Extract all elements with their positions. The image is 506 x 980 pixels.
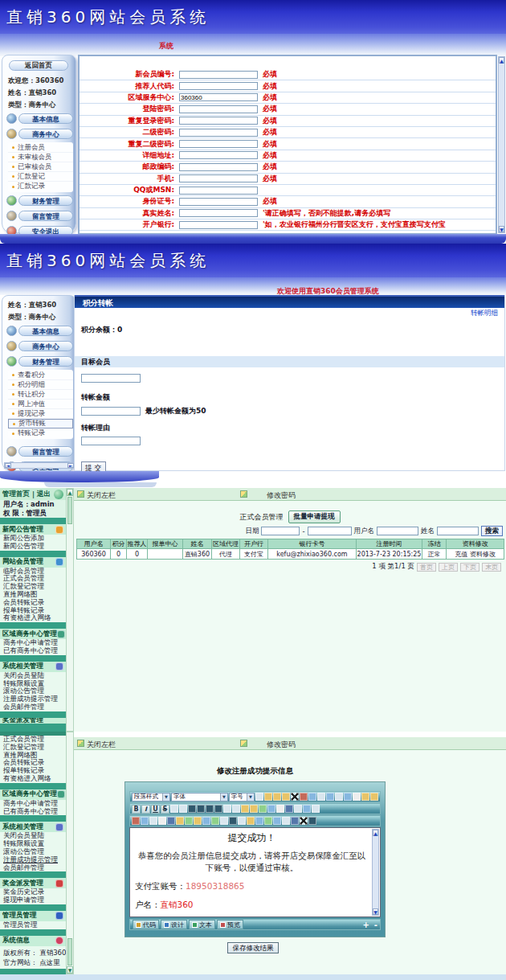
scrollbar-thumb[interactable] xyxy=(67,938,72,966)
sidebar-item-basic-info[interactable]: 基本信息 xyxy=(6,113,73,124)
last-page-button[interactable]: 末页 xyxy=(482,563,501,572)
sidebar-item-news-manage[interactable]: 新闻公告管理 xyxy=(0,543,66,551)
bold-icon[interactable]: B xyxy=(132,805,141,814)
real-name-field[interactable] xyxy=(179,209,258,217)
topbar-center-icon[interactable] xyxy=(240,490,247,498)
scroll-right-icon[interactable]: ► xyxy=(67,463,74,468)
media-icon[interactable] xyxy=(211,817,219,825)
outdent-icon[interactable] xyxy=(250,805,258,813)
sidebar-item-business-center[interactable]: 商务中心 xyxy=(6,129,73,139)
home-button[interactable]: 返回首页 xyxy=(9,60,68,71)
zoom-out-icon[interactable]: - xyxy=(374,921,377,929)
link-icon[interactable] xyxy=(185,817,193,825)
table-icon[interactable] xyxy=(229,817,237,825)
toolbar-icon[interactable] xyxy=(255,793,263,801)
align-center-icon[interactable] xyxy=(197,805,205,813)
save-result-button[interactable]: 保存修改结果 xyxy=(227,942,279,953)
close-left-button[interactable]: 关闭左栏 xyxy=(87,490,116,501)
sidebar-item-message[interactable]: 留言管理 xyxy=(6,446,73,457)
edit-profile-link[interactable]: 资料修改 xyxy=(470,551,496,558)
first-page-button[interactable]: 首页 xyxy=(417,563,436,572)
mobile-field[interactable] xyxy=(179,174,258,182)
scroll-down-icon[interactable]: ▼ xyxy=(67,966,73,974)
toolbar-icon[interactable] xyxy=(167,817,175,825)
sidebar-scrollbar[interactable]: ▲ xyxy=(66,488,74,732)
toolbar-icon[interactable] xyxy=(179,805,187,813)
toolbar-icon[interactable] xyxy=(132,817,140,825)
name-input[interactable] xyxy=(437,527,479,535)
toolbar-icon[interactable] xyxy=(326,793,334,801)
sidebar-item-remit-register[interactable]: 汇款登记 xyxy=(8,172,73,182)
sidebar-item-online-recharge[interactable]: 网上冲值 xyxy=(8,400,73,409)
tab-text[interactable]: 文本 xyxy=(189,920,215,929)
id-card-field[interactable] xyxy=(179,198,258,206)
sidebar-horizontal-scrollbar[interactable]: ◄ ► xyxy=(4,462,75,469)
date-from-input[interactable] xyxy=(261,527,300,535)
sidebar-scrollbar[interactable]: ▼ xyxy=(66,732,74,974)
toolbar-icon[interactable] xyxy=(149,817,157,825)
toolbar-icon[interactable] xyxy=(361,793,369,801)
toolbar-icon[interactable] xyxy=(308,793,316,801)
postcode-field[interactable] xyxy=(179,163,258,171)
toolbar-icon[interactable] xyxy=(370,793,378,801)
topbar-center-icon[interactable] xyxy=(240,740,247,747)
delete-icon[interactable] xyxy=(291,793,299,801)
strikethrough-icon[interactable]: S xyxy=(161,805,169,814)
sidebar-item-register-member[interactable]: 注册会员 xyxy=(8,143,73,153)
cut-icon[interactable] xyxy=(300,817,308,825)
toolbar-icon[interactable] xyxy=(308,817,316,825)
sidebar-item-member-mail[interactable]: 会员邮件管理 xyxy=(0,703,66,711)
toolbar-icon[interactable] xyxy=(335,793,343,801)
indent-icon[interactable] xyxy=(241,805,249,813)
toolbar-icon[interactable] xyxy=(264,793,272,801)
editor-scrollbar[interactable]: ▲ ▼ xyxy=(372,829,379,916)
sidebar-item-qualified-network[interactable]: 有资格进入网络 xyxy=(0,614,66,622)
sidebar-item-member-mail[interactable]: 会员邮件管理 xyxy=(0,864,66,872)
toolbar-icon[interactable] xyxy=(303,805,311,813)
sidebar-item-admin-manage[interactable]: 管理员管理 xyxy=(0,921,66,929)
underline-icon[interactable]: U xyxy=(151,805,160,814)
scroll-up-icon[interactable]: ▲ xyxy=(499,57,504,64)
italic-icon[interactable]: I xyxy=(141,805,150,814)
new-member-id-field[interactable] xyxy=(179,71,258,79)
login-password-field[interactable] xyxy=(179,105,258,113)
prev-page-button[interactable]: 上页 xyxy=(439,563,458,572)
tab-preview[interactable]: 预览 xyxy=(217,920,243,929)
toolbar-icon[interactable] xyxy=(276,805,284,813)
close-left-button[interactable]: 关闭左栏 xyxy=(87,740,116,750)
official-site-link[interactable]: 官方网站： 点这里 xyxy=(0,957,66,969)
address-field[interactable] xyxy=(179,151,258,159)
paragraph-style-select[interactable]: 段落样式▼ xyxy=(132,793,170,802)
service-center-field[interactable] xyxy=(179,93,258,101)
toolbar-icon[interactable] xyxy=(170,805,178,813)
scroll-down-icon[interactable]: ▼ xyxy=(373,908,378,915)
tab-code[interactable]: 代码 xyxy=(133,920,159,929)
image-icon[interactable] xyxy=(194,817,202,825)
sidebar-item-finance[interactable]: 财务管理 xyxy=(6,195,73,206)
transfer-detail-link[interactable]: 转帐明细 xyxy=(471,309,498,318)
toolbar-icon[interactable] xyxy=(273,793,281,801)
font-family-select[interactable]: 字体▼ xyxy=(171,793,228,802)
target-member-input[interactable] xyxy=(81,374,141,383)
referrer-code-field[interactable] xyxy=(179,82,258,90)
username-input[interactable] xyxy=(377,527,418,535)
font-size-select[interactable]: 字号▼ xyxy=(229,793,255,802)
sidebar-item-points-detail[interactable]: 积分明细 xyxy=(8,380,73,390)
repeat-second-password-field[interactable] xyxy=(179,140,258,148)
sidebar-item-basic-info[interactable]: 基本信息 xyxy=(6,326,73,336)
toolbar-icon[interactable] xyxy=(300,793,308,801)
toolbar-icon[interactable] xyxy=(285,805,293,813)
sidebar-item-withdraw-record[interactable]: 提现记录 xyxy=(8,409,73,419)
form-scrollbar[interactable]: ▲ ▼ xyxy=(498,56,505,233)
ordered-list-icon[interactable] xyxy=(223,805,231,813)
align-left-icon[interactable] xyxy=(188,805,196,813)
sidebar-item-center-existing[interactable]: 已有商务中心管理 xyxy=(0,647,66,655)
recharge-link[interactable]: 充值 xyxy=(455,551,467,558)
toolbar-icon[interactable] xyxy=(312,805,320,813)
editor-content[interactable]: 提交成功！ 恭喜您的会员注册信息提交成功，请将开店交易保障金汇至以下账号，以便通… xyxy=(129,827,381,917)
close-left-icon[interactable] xyxy=(77,740,84,747)
toolbar-icon[interactable] xyxy=(255,817,263,825)
admin-exit-link[interactable]: 退出 xyxy=(37,490,51,499)
sidebar-item-currency-transfer[interactable]: 货币转账 xyxy=(8,419,73,428)
batch-withdraw-button[interactable]: 批量申请提现 xyxy=(288,511,341,523)
